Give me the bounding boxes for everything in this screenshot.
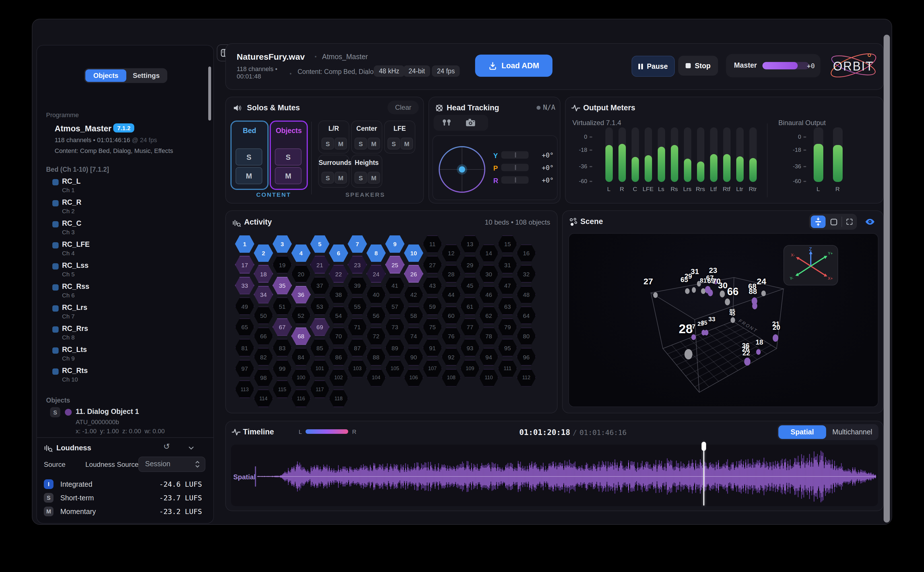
- loudness-reset-icon[interactable]: ↺: [163, 442, 170, 451]
- scene-object-dot-27[interactable]: [653, 292, 658, 298]
- hex-channel-76[interactable]: 76: [441, 327, 461, 345]
- hex-channel-55[interactable]: 55: [347, 297, 367, 315]
- hex-channel-17[interactable]: 17: [235, 256, 254, 274]
- hex-channel-59[interactable]: 59: [423, 297, 442, 315]
- hex-channel-37[interactable]: 37: [310, 277, 329, 294]
- hex-channel-54[interactable]: 54: [329, 306, 348, 324]
- collapse-view-button[interactable]: [811, 216, 826, 228]
- tab-objects[interactable]: Objects: [85, 69, 126, 82]
- hex-channel-78[interactable]: 78: [479, 327, 499, 345]
- object-list-item[interactable]: S 11. Dialog Object 1 ATU_0000000b x: -1…: [37, 404, 213, 437]
- hex-channel-105[interactable]: 105: [385, 360, 405, 377]
- hex-channel-31[interactable]: 31: [498, 256, 517, 274]
- hex-channel-36[interactable]: 36: [291, 286, 311, 303]
- hex-channel-103[interactable]: 103: [347, 360, 367, 377]
- hex-channel-57[interactable]: 57: [385, 297, 405, 315]
- speaker-solo-button[interactable]: S: [388, 138, 400, 149]
- hex-channel-66[interactable]: 66: [254, 327, 273, 345]
- mode-spatial-button[interactable]: Spatial: [778, 425, 826, 439]
- hex-channel-30[interactable]: 30: [479, 265, 499, 283]
- hex-channel-115[interactable]: 115: [273, 380, 292, 398]
- hex-channel-82[interactable]: 82: [254, 348, 273, 365]
- hex-channel-74[interactable]: 74: [404, 327, 423, 345]
- hex-channel-42[interactable]: 42: [404, 286, 423, 303]
- clear-button[interactable]: Clear: [388, 101, 419, 114]
- speaker-mute-button[interactable]: M: [400, 138, 413, 149]
- speaker-solo-button[interactable]: S: [354, 138, 367, 149]
- load-adm-button[interactable]: Load ADM: [475, 54, 552, 77]
- hex-channel-39[interactable]: 39: [347, 277, 367, 294]
- axis-y-slider[interactable]: [501, 151, 528, 159]
- hex-channel-45[interactable]: 45: [460, 277, 480, 294]
- speaker-mute-button[interactable]: M: [335, 172, 347, 183]
- scene-object-dot-24[interactable]: [761, 291, 766, 297]
- hex-channel-10[interactable]: 10: [404, 244, 423, 262]
- hex-channel-8[interactable]: 8: [366, 244, 386, 262]
- hex-channel-13[interactable]: 13: [460, 235, 480, 253]
- hex-channel-58[interactable]: 58: [404, 306, 423, 324]
- master-slider[interactable]: [762, 62, 809, 69]
- hex-channel-80[interactable]: 80: [517, 327, 536, 345]
- hex-channel-47[interactable]: 47: [498, 277, 517, 294]
- hex-channel-111[interactable]: 111: [498, 360, 517, 377]
- hex-channel-104[interactable]: 104: [366, 369, 386, 386]
- hex-channel-43[interactable]: 43: [423, 277, 442, 294]
- channel-row[interactable]: RC_RssCh 6: [37, 283, 213, 302]
- orientation-compass[interactable]: [438, 145, 486, 194]
- hex-channel-110[interactable]: 110: [479, 369, 499, 386]
- visibility-toggle-button[interactable]: [863, 216, 877, 228]
- waveform-canvas[interactable]: [257, 448, 876, 505]
- hex-channel-73[interactable]: 73: [385, 318, 405, 336]
- objects-group-card[interactable]: Objects S M: [270, 121, 308, 190]
- camera-icon[interactable]: [466, 118, 476, 127]
- box-view-button[interactable]: [827, 216, 840, 228]
- hex-channel-9[interactable]: 9: [385, 235, 405, 253]
- loudness-source-select[interactable]: Session: [138, 457, 206, 472]
- hex-channel-101[interactable]: 101: [310, 360, 329, 377]
- mode-multichannel-button[interactable]: Multichannel: [827, 425, 877, 439]
- speaker-mute-button[interactable]: M: [368, 138, 380, 149]
- hex-channel-69[interactable]: 69: [310, 318, 329, 336]
- hex-channel-77[interactable]: 77: [460, 318, 480, 336]
- hex-channel-90[interactable]: 90: [404, 348, 423, 365]
- hex-channel-16[interactable]: 16: [517, 244, 536, 262]
- hex-channel-116[interactable]: 116: [291, 390, 311, 407]
- scene-object-dot-29[interactable]: [692, 288, 696, 292]
- hex-channel-46[interactable]: 46: [479, 286, 499, 303]
- hex-channel-38[interactable]: 38: [329, 286, 348, 303]
- hex-channel-113[interactable]: 113: [235, 380, 254, 398]
- hex-channel-34[interactable]: 34: [254, 286, 273, 303]
- speaker-solo-button[interactable]: S: [321, 172, 334, 183]
- hex-channel-52[interactable]: 52: [291, 306, 311, 324]
- loudness-collapse-icon[interactable]: [187, 444, 195, 452]
- channel-row[interactable]: RC_LFECh 4: [37, 241, 213, 260]
- speaker-solo-button[interactable]: S: [321, 138, 334, 149]
- hex-channel-44[interactable]: 44: [441, 286, 461, 303]
- hex-channel-91[interactable]: 91: [423, 339, 442, 356]
- objects-mute-button[interactable]: M: [275, 167, 302, 184]
- playhead[interactable]: [703, 442, 704, 505]
- hex-channel-108[interactable]: 108: [441, 369, 461, 386]
- hex-channel-60[interactable]: 60: [441, 306, 461, 324]
- hex-channel-12[interactable]: 12: [441, 244, 461, 262]
- hex-channel-83[interactable]: 83: [273, 339, 292, 356]
- hex-channel-50[interactable]: 50: [254, 306, 273, 324]
- channel-row[interactable]: RC_LssCh 5: [37, 261, 213, 281]
- hex-channel-68[interactable]: 68: [291, 327, 311, 345]
- object-solo-badge[interactable]: S: [50, 407, 60, 417]
- hex-channel-49[interactable]: 49: [235, 297, 254, 315]
- earbuds-icon[interactable]: [441, 118, 452, 127]
- tab-settings[interactable]: Settings: [126, 69, 166, 82]
- hex-channel-5[interactable]: 5: [310, 235, 329, 253]
- hex-channel-29[interactable]: 29: [460, 256, 480, 274]
- scene-viewport[interactable]: FRONT 2728652931238167697030662468888545…: [569, 233, 879, 407]
- hex-channel-64[interactable]: 64: [517, 306, 536, 324]
- playhead-knob[interactable]: [701, 442, 706, 451]
- hex-channel-117[interactable]: 117: [310, 380, 329, 398]
- hex-channel-94[interactable]: 94: [479, 348, 499, 365]
- hex-channel-112[interactable]: 112: [517, 369, 536, 386]
- axis-r-slider[interactable]: [501, 176, 528, 183]
- hex-channel-6[interactable]: 6: [329, 244, 348, 262]
- hex-channel-23[interactable]: 23: [347, 256, 367, 274]
- hex-channel-93[interactable]: 93: [460, 339, 480, 356]
